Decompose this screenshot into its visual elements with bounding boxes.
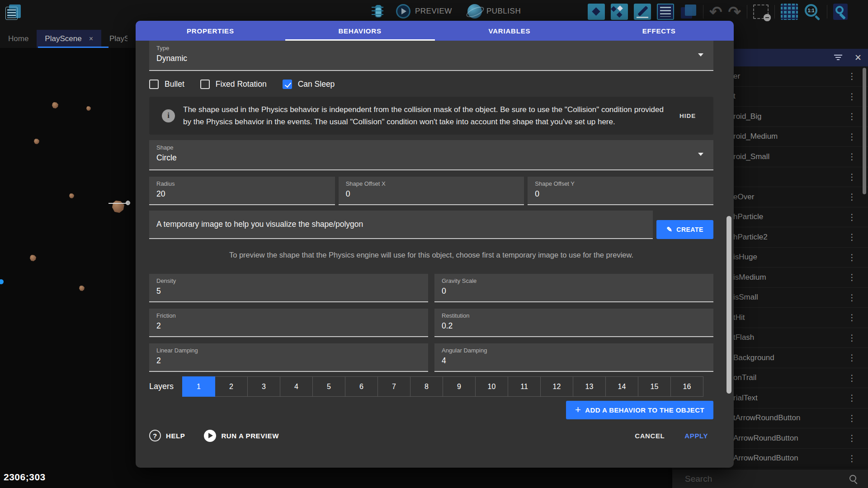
debug-icon[interactable]	[372, 5, 383, 18]
shape-select[interactable]: Shape Circle	[149, 140, 713, 170]
objects-list-scrollbar[interactable]	[863, 68, 866, 194]
preview-button[interactable]: PREVIEW	[415, 7, 452, 16]
can-sleep-checkbox[interactable]	[283, 80, 292, 89]
layer-button[interactable]: 16	[670, 376, 703, 397]
publish-globe-icon[interactable]	[467, 4, 482, 19]
asteroid-sprite[interactable]	[52, 102, 58, 108]
kebab-menu-icon[interactable]: ⋮	[848, 172, 856, 182]
kebab-menu-icon[interactable]: ⋮	[848, 373, 856, 383]
layer-button[interactable]: 8	[410, 376, 443, 397]
shape-param-field[interactable]: Radius 20	[149, 177, 335, 205]
shape-param-field[interactable]: Shape Offset Y 0	[528, 177, 713, 205]
edit-scene-icon[interactable]	[634, 4, 651, 20]
tab-home[interactable]: Home	[0, 30, 37, 48]
objects-search-bar[interactable]: Search	[672, 469, 868, 488]
publish-button[interactable]: PUBLISH	[486, 7, 521, 16]
physics-param-field[interactable]: Friction 2	[149, 309, 428, 337]
layer-button[interactable]: 1	[182, 376, 215, 397]
physics-param-field[interactable]: Density 5	[149, 274, 428, 302]
layers-icon[interactable]	[680, 4, 697, 20]
kebab-menu-icon[interactable]: ⋮	[848, 111, 856, 122]
temp-image-field[interactable]: A temporary image to help you visualize …	[149, 211, 653, 239]
filter-icon[interactable]	[834, 55, 843, 61]
project-manager-icon[interactable]	[5, 4, 22, 21]
kebab-menu-icon[interactable]: ⋮	[848, 232, 856, 242]
dialog-tab[interactable]: VARIABLES	[435, 21, 585, 41]
kebab-menu-icon[interactable]: ⋮	[848, 272, 856, 282]
kebab-menu-icon[interactable]: ⋮	[848, 91, 856, 102]
objects-list-icon[interactable]	[588, 4, 605, 20]
layer-button[interactable]: 3	[247, 376, 280, 397]
hide-button[interactable]: HIDE	[679, 113, 696, 119]
kebab-menu-icon[interactable]: ⋮	[848, 292, 856, 303]
bullet-checkbox[interactable]	[149, 80, 159, 89]
layer-button[interactable]: 12	[540, 376, 573, 397]
layer-button[interactable]: 6	[345, 376, 378, 397]
grid-icon[interactable]	[781, 4, 798, 20]
kebab-menu-icon[interactable]: ⋮	[848, 333, 856, 343]
kebab-menu-icon[interactable]: ⋮	[848, 453, 856, 464]
kebab-menu-icon[interactable]: ⋮	[848, 252, 856, 263]
layer-button[interactable]: 7	[377, 376, 410, 397]
bullet-checkbox-item[interactable]: Bullet	[149, 80, 184, 89]
layer-button[interactable]: 13	[573, 376, 606, 397]
dialog-tab[interactable]: PROPERTIES	[136, 21, 285, 41]
fixed-rotation-checkbox-item[interactable]: Fixed Rotation	[200, 80, 267, 89]
can-sleep-checkbox-item[interactable]: Can Sleep	[283, 80, 335, 89]
layer-button[interactable]: 15	[638, 376, 671, 397]
fixed-rotation-checkbox[interactable]	[200, 80, 210, 89]
preview-play-icon[interactable]	[396, 4, 410, 19]
type-select[interactable]: Type Dynamic	[149, 41, 713, 71]
kebab-menu-icon[interactable]: ⋮	[848, 131, 856, 142]
instances-list-icon[interactable]	[657, 4, 674, 20]
physics-param-field[interactable]: Angular Damping 4	[434, 343, 713, 372]
tab-close-icon[interactable]: ×	[89, 35, 93, 43]
tab-playscene[interactable]: PlayScene ×	[37, 30, 101, 48]
asteroid-sprite[interactable]	[69, 193, 74, 198]
layer-button[interactable]: 11	[508, 376, 541, 397]
undo-icon[interactable]: ↶	[709, 4, 722, 20]
object-name: tFlash	[733, 333, 848, 342]
kebab-menu-icon[interactable]: ⋮	[848, 212, 856, 222]
run-preview-button[interactable]: RUN A PREVIEW	[204, 430, 279, 442]
layer-button[interactable]: 10	[475, 376, 508, 397]
help-button[interactable]: ? HELP	[149, 430, 185, 441]
physics-param-field[interactable]: Gravity Scale 0	[434, 274, 713, 302]
asteroid-sprite[interactable]	[34, 139, 39, 144]
kebab-menu-icon[interactable]: ⋮	[848, 312, 856, 323]
layer-button[interactable]: 4	[280, 376, 313, 397]
asteroid-sprite[interactable]	[86, 106, 91, 111]
shape-param-field[interactable]: Shape Offset X 0	[339, 177, 524, 205]
search-input[interactable]: Search	[685, 474, 849, 484]
asteroid-sprite[interactable]	[79, 286, 85, 291]
create-button[interactable]: ✎ CREATE	[656, 220, 713, 239]
kebab-menu-icon[interactable]: ⋮	[848, 192, 856, 202]
layer-button[interactable]: 14	[605, 376, 638, 397]
tab-playscene-events[interactable]: PlayS	[101, 30, 127, 48]
kebab-menu-icon[interactable]: ⋮	[848, 151, 856, 162]
kebab-menu-icon[interactable]: ⋮	[848, 433, 856, 443]
asteroid-sprite[interactable]	[30, 255, 36, 261]
scene-properties-icon[interactable]	[833, 4, 848, 20]
layer-button[interactable]: 5	[312, 376, 345, 397]
layer-button[interactable]: 2	[215, 376, 248, 397]
physics-param-field[interactable]: Linear Damping 2	[149, 343, 428, 372]
physics-param-field[interactable]: Restitution 0.2	[434, 309, 713, 337]
selection-handle-dot[interactable]	[126, 201, 130, 205]
redo-icon[interactable]: ↷	[728, 4, 741, 20]
kebab-menu-icon[interactable]: ⋮	[848, 71, 856, 81]
apply-button[interactable]: APPLY	[684, 432, 708, 440]
dialog-tab[interactable]: EFFECTS	[584, 21, 734, 41]
kebab-menu-icon[interactable]: ⋮	[848, 413, 856, 423]
deselect-instances-icon[interactable]	[753, 5, 769, 19]
zoom-original-icon[interactable]: 1:1	[804, 4, 821, 20]
kebab-menu-icon[interactable]: ⋮	[848, 393, 856, 403]
cancel-button[interactable]: CANCEL	[635, 432, 665, 440]
close-icon[interactable]: ✕	[854, 53, 862, 62]
add-behavior-button[interactable]: + ADD A BEHAVIOR TO THE OBJECT	[566, 401, 713, 419]
layer-button[interactable]: 9	[443, 376, 476, 397]
dialog-scrollbar[interactable]	[726, 216, 731, 394]
kebab-menu-icon[interactable]: ⋮	[848, 352, 856, 363]
dialog-tab[interactable]: BEHAVIORS	[285, 21, 435, 41]
object-groups-icon[interactable]	[611, 4, 628, 20]
